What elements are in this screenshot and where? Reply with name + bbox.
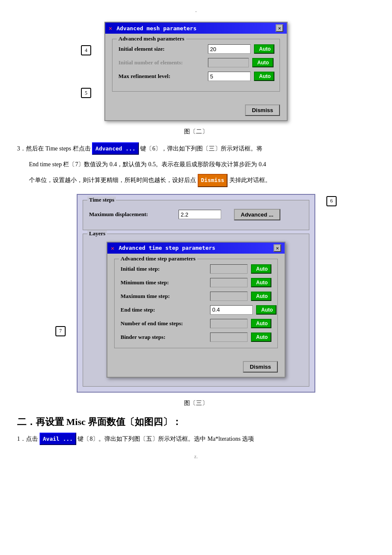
fig2-row-2: Max refinement level: Auto	[118, 72, 274, 81]
adv-input-3[interactable]	[210, 305, 253, 315]
adv-time-body: Advanced time step parameters Initial ti…	[107, 254, 285, 358]
para3-after: 关掉此对话框。	[229, 177, 271, 183]
adv-time-footer: Dismiss	[107, 358, 285, 377]
fig2-auto-2[interactable]: Auto	[254, 72, 274, 81]
adv-auto-2[interactable]: Auto	[251, 292, 271, 301]
adv-time-group-title: Advanced time step parameters	[119, 255, 197, 262]
fig2-auto-1[interactable]: Auto	[252, 58, 274, 67]
time-steps-group: Time steps Maximum displacement: Advance…	[83, 200, 309, 230]
fig2-label-0: Initial element size:	[118, 46, 208, 52]
max-disp-row: Maximum displacement: Advanced ...	[89, 209, 303, 220]
adv-row-3: End time step: Auto	[121, 305, 271, 315]
fig2-auto-0[interactable]: Auto	[254, 44, 274, 54]
adv-auto-1[interactable]: Auto	[251, 278, 271, 287]
para3-line2: End time step 栏〔7〕数值设为 0.4，默认值为 0.5。表示在最…	[29, 159, 375, 171]
adv-time-group: Advanced time step parameters Initial ti…	[114, 259, 278, 348]
fig2-dialog: ✕ Advanced mesh parameters ✕ Advanced me…	[104, 22, 288, 121]
annotation-5: 5	[81, 88, 91, 98]
adv-label-2: Maximum time step:	[121, 293, 210, 300]
fig2-row-1: Initial number of elements: Auto	[118, 58, 274, 67]
time-steps-title: Time steps	[87, 197, 116, 203]
para3-line1: 3．然后在 Time steps 栏点击 Advanced ... 键〔6〕，弹…	[17, 142, 375, 155]
adv-row-5: Binder wrap steps: Auto	[121, 332, 271, 342]
fig2-input-1	[208, 58, 249, 67]
fig2-title: Advanced mesh parameters	[116, 25, 196, 32]
top-dash: -	[17, 9, 375, 15]
advanced-btn-inline[interactable]: Advanced ...	[92, 142, 139, 155]
adv-row-4: Number of end time steps: Auto	[121, 319, 271, 328]
layers-group: Layers ✕ Advanced time step parameters ✕	[83, 234, 309, 387]
fig2-row-0: Initial element size: Auto	[118, 44, 274, 54]
avail-btn-inline[interactable]: Avail ...	[40, 433, 76, 445]
fig2-footer: Dismiss	[105, 102, 287, 120]
fig2-dismiss-btn[interactable]: Dismiss	[245, 104, 280, 116]
adv-auto-5[interactable]: Auto	[251, 332, 271, 342]
titlebar-x-icon: ✕	[109, 25, 112, 32]
fig2-label-2: Max refinement level:	[118, 73, 208, 80]
adv-row-2: Maximum time step: Auto	[121, 292, 271, 301]
annotation-4: 4	[81, 45, 91, 55]
para3-mid1: 键〔6〕，弹出如下列图〔三〕所示对话框。将	[140, 145, 262, 152]
adv-input-2	[210, 292, 248, 301]
layers-title: Layers	[87, 230, 107, 237]
adv-input-4	[210, 319, 248, 328]
annotation-7: 7	[55, 326, 66, 336]
fig2-caption: 图〔二〕	[17, 128, 375, 136]
fig2-input-2[interactable]	[208, 72, 251, 81]
adv-input-1	[210, 278, 248, 287]
adv-auto-4[interactable]: Auto	[251, 319, 271, 328]
adv-time-titlebar: ✕ Advanced time step parameters ✕	[107, 243, 285, 254]
adv-input-0	[210, 264, 248, 274]
para4: 1．点击 Avail ... 键〔8〕。弹出如下列图〔五〕所示对话框。选中 Ma…	[17, 433, 375, 445]
fig3-caption: 图〔三〕	[17, 399, 375, 407]
fig3-outer: 7 6 Time steps Maximum displacement: Adv…	[17, 194, 375, 393]
section2-header: 二．再设置 Misc 界面数值〔如图四〕：	[17, 416, 375, 428]
max-disp-label: Maximum displacement:	[89, 211, 179, 218]
fig2-close-btn[interactable]: ✕	[276, 24, 283, 32]
adv-label-5: Binder wrap steps:	[121, 334, 210, 341]
adv-label-3: End time step:	[121, 306, 210, 313]
adv-time-dismiss-btn[interactable]: Dismiss	[243, 361, 278, 373]
adv-row-0: Initial time step: Auto	[121, 264, 271, 274]
advanced-time-dialog: ✕ Advanced time step parameters ✕ Advanc…	[107, 242, 285, 378]
fig2-wrapper: 4 5 ✕ Advanced mesh parameters ✕ Advance…	[17, 22, 375, 121]
adv-time-close-btn[interactable]: ✕	[274, 244, 281, 252]
advanced-time-btn[interactable]: Advanced ...	[234, 209, 280, 220]
fig2-group: Advanced mesh parameters Initial element…	[112, 39, 280, 92]
adv-input-5	[210, 332, 248, 342]
para4-after: 键〔8〕。弹出如下列图〔五〕所示对话框。选中 Ma*lterations 选项	[78, 436, 254, 442]
fig2-body: Advanced mesh parameters Initial element…	[105, 34, 287, 102]
fig2-label-1: Initial number of elements:	[118, 59, 208, 66]
fig2-input-0[interactable]	[208, 44, 251, 54]
fig2-group-title: Advanced mesh parameters	[117, 35, 186, 42]
adv-time-title: Advanced time step parameters	[118, 245, 215, 251]
max-disp-input[interactable]	[179, 210, 221, 219]
adv-auto-0[interactable]: Auto	[251, 264, 271, 274]
dismiss-btn-inline[interactable]: Dismiss	[198, 174, 228, 187]
adv-label-0: Initial time step:	[121, 266, 210, 272]
para3-line3: 个单位，设置越小，则计算更精细，所耗时间也越长，设好后点 Dismiss 关掉此…	[29, 174, 375, 187]
bottom-dash: z.	[17, 454, 375, 460]
adv-label-4: Number of end time steps:	[121, 320, 210, 327]
adv-time-x-icon: ✕	[111, 245, 114, 251]
adv-auto-3[interactable]: Auto	[256, 305, 277, 315]
fig3-container: Time steps Maximum displacement: Advance…	[77, 194, 315, 393]
fig2-titlebar: ✕ Advanced mesh parameters ✕	[105, 23, 287, 34]
annotation-6: 6	[326, 196, 337, 206]
adv-row-1: Minimum time step: Auto	[121, 278, 271, 287]
adv-label-1: Minimum time step:	[121, 279, 210, 286]
